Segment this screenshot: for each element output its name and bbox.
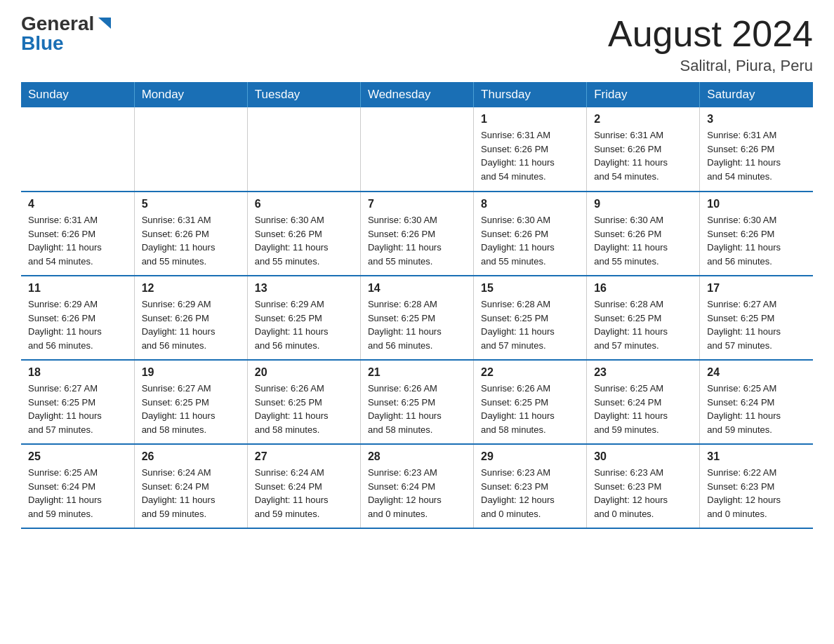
day-info: Sunrise: 6:24 AM Sunset: 6:24 PM Dayligh… <box>142 466 240 521</box>
day-cell: 23Sunrise: 6:25 AM Sunset: 6:24 PM Dayli… <box>587 360 700 444</box>
day-cell: 20Sunrise: 6:26 AM Sunset: 6:25 PM Dayli… <box>247 360 360 444</box>
day-info: Sunrise: 6:26 AM Sunset: 6:25 PM Dayligh… <box>255 382 353 436</box>
logo: General Blue <box>21 14 111 53</box>
calendar-body: 1Sunrise: 6:31 AM Sunset: 6:26 PM Daylig… <box>21 107 813 528</box>
weekday-header-thursday: Thursday <box>474 82 587 107</box>
day-info: Sunrise: 6:23 AM Sunset: 6:24 PM Dayligh… <box>368 466 466 521</box>
day-number: 22 <box>481 366 579 379</box>
day-info: Sunrise: 6:30 AM Sunset: 6:26 PM Dayligh… <box>481 213 579 268</box>
day-cell <box>360 107 473 192</box>
day-cell: 16Sunrise: 6:28 AM Sunset: 6:25 PM Dayli… <box>587 276 700 360</box>
day-info: Sunrise: 6:31 AM Sunset: 6:26 PM Dayligh… <box>142 213 240 268</box>
day-cell: 3Sunrise: 6:31 AM Sunset: 6:26 PM Daylig… <box>700 107 813 192</box>
day-cell: 11Sunrise: 6:29 AM Sunset: 6:26 PM Dayli… <box>21 276 134 360</box>
day-info: Sunrise: 6:23 AM Sunset: 6:23 PM Dayligh… <box>481 466 579 521</box>
day-number: 9 <box>594 198 692 210</box>
day-number: 11 <box>28 282 127 295</box>
day-cell: 7Sunrise: 6:30 AM Sunset: 6:26 PM Daylig… <box>360 192 473 276</box>
day-number: 13 <box>255 282 353 295</box>
day-info: Sunrise: 6:25 AM Sunset: 6:24 PM Dayligh… <box>707 382 806 436</box>
month-title: August 2024 <box>608 14 813 54</box>
day-info: Sunrise: 6:23 AM Sunset: 6:23 PM Dayligh… <box>594 466 692 521</box>
day-number: 24 <box>707 366 806 379</box>
day-cell: 15Sunrise: 6:28 AM Sunset: 6:25 PM Dayli… <box>474 276 587 360</box>
svg-marker-0 <box>98 18 111 29</box>
day-info: Sunrise: 6:26 AM Sunset: 6:25 PM Dayligh… <box>368 382 466 436</box>
day-info: Sunrise: 6:27 AM Sunset: 6:25 PM Dayligh… <box>142 382 240 436</box>
location-text: Salitral, Piura, Peru <box>608 57 813 75</box>
day-info: Sunrise: 6:27 AM Sunset: 6:25 PM Dayligh… <box>707 297 806 352</box>
day-cell: 4Sunrise: 6:31 AM Sunset: 6:26 PM Daylig… <box>21 192 134 276</box>
day-cell: 17Sunrise: 6:27 AM Sunset: 6:25 PM Dayli… <box>700 276 813 360</box>
day-info: Sunrise: 6:25 AM Sunset: 6:24 PM Dayligh… <box>28 466 127 521</box>
day-number: 2 <box>594 113 692 126</box>
day-info: Sunrise: 6:29 AM Sunset: 6:25 PM Dayligh… <box>255 297 353 352</box>
day-number: 25 <box>28 450 127 463</box>
day-info: Sunrise: 6:28 AM Sunset: 6:25 PM Dayligh… <box>481 297 579 352</box>
day-cell: 5Sunrise: 6:31 AM Sunset: 6:26 PM Daylig… <box>134 192 247 276</box>
day-number: 26 <box>142 450 240 463</box>
day-info: Sunrise: 6:30 AM Sunset: 6:26 PM Dayligh… <box>255 213 353 268</box>
day-number: 14 <box>368 282 466 295</box>
day-cell: 8Sunrise: 6:30 AM Sunset: 6:26 PM Daylig… <box>474 192 587 276</box>
week-row-4: 18Sunrise: 6:27 AM Sunset: 6:25 PM Dayli… <box>21 360 813 444</box>
day-info: Sunrise: 6:30 AM Sunset: 6:26 PM Dayligh… <box>368 213 466 268</box>
day-number: 21 <box>368 366 466 379</box>
week-row-5: 25Sunrise: 6:25 AM Sunset: 6:24 PM Dayli… <box>21 444 813 528</box>
day-number: 4 <box>28 198 127 210</box>
day-cell: 9Sunrise: 6:30 AM Sunset: 6:26 PM Daylig… <box>587 192 700 276</box>
day-cell: 10Sunrise: 6:30 AM Sunset: 6:26 PM Dayli… <box>700 192 813 276</box>
day-info: Sunrise: 6:30 AM Sunset: 6:26 PM Dayligh… <box>707 213 806 268</box>
day-number: 15 <box>481 282 579 295</box>
day-number: 6 <box>255 198 353 210</box>
weekday-header-friday: Friday <box>587 82 700 107</box>
day-cell: 30Sunrise: 6:23 AM Sunset: 6:23 PM Dayli… <box>587 444 700 528</box>
page-header: General Blue August 2024 Salitral, Piura… <box>21 14 813 75</box>
day-cell: 19Sunrise: 6:27 AM Sunset: 6:25 PM Dayli… <box>134 360 247 444</box>
day-cell <box>21 107 134 192</box>
day-number: 12 <box>142 282 240 295</box>
day-info: Sunrise: 6:30 AM Sunset: 6:26 PM Dayligh… <box>594 213 692 268</box>
weekday-header-row: SundayMondayTuesdayWednesdayThursdayFrid… <box>21 82 813 107</box>
day-info: Sunrise: 6:29 AM Sunset: 6:26 PM Dayligh… <box>142 297 240 352</box>
day-cell: 25Sunrise: 6:25 AM Sunset: 6:24 PM Dayli… <box>21 444 134 528</box>
day-number: 16 <box>594 282 692 295</box>
day-number: 5 <box>142 198 240 210</box>
weekday-header-wednesday: Wednesday <box>360 82 473 107</box>
calendar-header: SundayMondayTuesdayWednesdayThursdayFrid… <box>21 82 813 107</box>
day-cell <box>134 107 247 192</box>
week-row-3: 11Sunrise: 6:29 AM Sunset: 6:26 PM Dayli… <box>21 276 813 360</box>
day-cell: 6Sunrise: 6:30 AM Sunset: 6:26 PM Daylig… <box>247 192 360 276</box>
day-number: 23 <box>594 366 692 379</box>
day-cell <box>247 107 360 192</box>
day-info: Sunrise: 6:25 AM Sunset: 6:24 PM Dayligh… <box>594 382 692 436</box>
title-block: August 2024 Salitral, Piura, Peru <box>608 14 813 75</box>
day-number: 18 <box>28 366 127 379</box>
weekday-header-tuesday: Tuesday <box>247 82 360 107</box>
logo-triangle-icon <box>95 15 111 30</box>
day-number: 10 <box>707 198 806 210</box>
week-row-1: 1Sunrise: 6:31 AM Sunset: 6:26 PM Daylig… <box>21 107 813 192</box>
day-cell: 13Sunrise: 6:29 AM Sunset: 6:25 PM Dayli… <box>247 276 360 360</box>
calendar-table: SundayMondayTuesdayWednesdayThursdayFrid… <box>21 82 813 529</box>
day-info: Sunrise: 6:28 AM Sunset: 6:25 PM Dayligh… <box>594 297 692 352</box>
day-cell: 22Sunrise: 6:26 AM Sunset: 6:25 PM Dayli… <box>474 360 587 444</box>
day-cell: 18Sunrise: 6:27 AM Sunset: 6:25 PM Dayli… <box>21 360 134 444</box>
day-number: 28 <box>368 450 466 463</box>
day-cell: 31Sunrise: 6:22 AM Sunset: 6:23 PM Dayli… <box>700 444 813 528</box>
logo-blue-text: Blue <box>21 34 64 53</box>
day-info: Sunrise: 6:31 AM Sunset: 6:26 PM Dayligh… <box>594 128 692 183</box>
day-cell: 21Sunrise: 6:26 AM Sunset: 6:25 PM Dayli… <box>360 360 473 444</box>
day-number: 31 <box>707 450 806 463</box>
day-number: 8 <box>481 198 579 210</box>
day-info: Sunrise: 6:26 AM Sunset: 6:25 PM Dayligh… <box>481 382 579 436</box>
day-cell: 1Sunrise: 6:31 AM Sunset: 6:26 PM Daylig… <box>474 107 587 192</box>
day-cell: 24Sunrise: 6:25 AM Sunset: 6:24 PM Dayli… <box>700 360 813 444</box>
day-number: 17 <box>707 282 806 295</box>
day-info: Sunrise: 6:29 AM Sunset: 6:26 PM Dayligh… <box>28 297 127 352</box>
day-number: 19 <box>142 366 240 379</box>
day-number: 1 <box>481 113 579 126</box>
day-cell: 12Sunrise: 6:29 AM Sunset: 6:26 PM Dayli… <box>134 276 247 360</box>
day-info: Sunrise: 6:24 AM Sunset: 6:24 PM Dayligh… <box>255 466 353 521</box>
day-cell: 14Sunrise: 6:28 AM Sunset: 6:25 PM Dayli… <box>360 276 473 360</box>
